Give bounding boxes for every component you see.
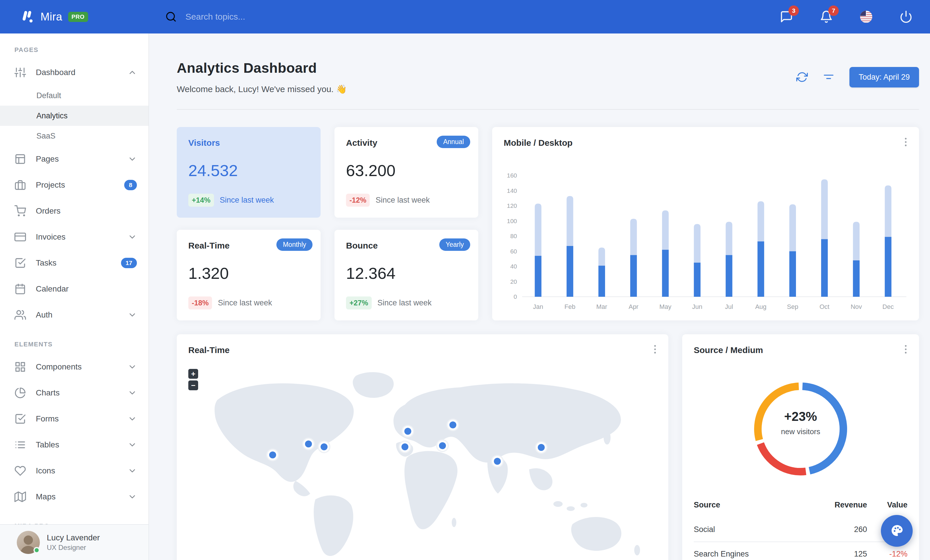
table-header-row: Source Revenue Value — [694, 495, 907, 517]
stat-delta-row: -18% Since last week — [188, 296, 272, 310]
stat-value: 1.320 — [188, 264, 309, 282]
sidebar-item-label: Dashboard — [36, 68, 75, 77]
sidebar-subitem-analytics[interactable]: Analytics — [0, 106, 148, 126]
svg-text:40: 40 — [510, 263, 517, 270]
sidebar-item-tasks[interactable]: Tasks 17 — [0, 250, 148, 276]
messages-button[interactable]: 3 — [780, 10, 793, 23]
sidebar-item-label: Projects — [36, 180, 65, 190]
pro-badge: PRO — [68, 12, 88, 22]
welcome-message: Welcome back, Lucy! We've missed you. 👋 — [177, 84, 347, 94]
power-icon — [899, 10, 913, 23]
col-value: Value — [867, 495, 907, 517]
sidebar-item-components[interactable]: Components — [0, 354, 148, 380]
calendar-icon — [14, 283, 26, 295]
language-selector[interactable] — [859, 10, 873, 23]
user-name: Lucy Lavender — [47, 533, 100, 542]
sidebar-subitem-default[interactable]: Default — [0, 86, 148, 106]
map-zoom-controls: + − — [188, 369, 198, 390]
table-row[interactable]: Search Engines 125 -12% — [694, 542, 907, 560]
more-menu-icon[interactable] — [649, 343, 661, 356]
brand[interactable]: Mira PRO — [0, 9, 149, 25]
sidebar-item-maps[interactable]: Maps — [0, 484, 148, 510]
sidebar-item-pages[interactable]: Pages — [0, 146, 148, 172]
table-row[interactable]: Social 260 +35% — [694, 517, 907, 542]
stat-delta-row: +14% Since last week — [188, 194, 274, 207]
sliders-icon — [14, 67, 26, 78]
filter-icon[interactable] — [823, 71, 835, 83]
sidebar-user-footer[interactable]: Lucy Lavender UX Designer — [0, 524, 148, 560]
date-range-button[interactable]: Today: April 29 — [850, 67, 919, 87]
svg-text:Nov: Nov — [851, 303, 862, 310]
svg-text:140: 140 — [507, 187, 517, 194]
source-title: Source / Medium — [694, 345, 907, 355]
svg-text:Oct: Oct — [819, 303, 829, 310]
cell-revenue: 125 — [812, 542, 867, 560]
map-title: Real-Time — [188, 345, 657, 355]
online-status-dot — [34, 547, 40, 553]
svg-text:Jul: Jul — [725, 303, 733, 310]
source-table: Source Revenue Value Social 260 +35% Sea… — [694, 495, 907, 560]
sidebar-item-calendar[interactable]: Calendar — [0, 276, 148, 302]
sidebar-item-label: Auth — [36, 310, 52, 319]
notifications-count-badge: 7 — [828, 6, 839, 16]
top-navbar: Mira PRO 3 7 — [0, 0, 930, 34]
sidebar-item-projects[interactable]: Projects 8 — [0, 172, 148, 198]
sidebar-section-elements: ELEMENTS — [0, 328, 148, 354]
sidebar-item-charts[interactable]: Charts — [0, 380, 148, 406]
zoom-out-button[interactable]: − — [188, 380, 198, 390]
layout-icon — [14, 153, 26, 165]
sidebar-item-forms[interactable]: Forms — [0, 406, 148, 432]
stat-card-visitors: Visitors 24.532 +14% Since last week — [177, 127, 320, 218]
sidebar-item-auth[interactable]: Auth — [0, 302, 148, 328]
chevron-down-icon — [128, 414, 137, 423]
theme-settings-fab[interactable] — [881, 515, 913, 547]
svg-text:Feb: Feb — [564, 303, 575, 310]
sidebar-item-icons[interactable]: Icons — [0, 458, 148, 484]
logout-button[interactable] — [899, 10, 913, 23]
sidebar-item-invoices[interactable]: Invoices — [0, 224, 148, 250]
chevron-down-icon — [128, 440, 137, 450]
svg-text:May: May — [659, 303, 671, 310]
svg-text:Mar: Mar — [596, 303, 607, 310]
users-icon — [14, 309, 26, 321]
world-map[interactable] — [183, 360, 662, 560]
sidebar-item-label: Tables — [36, 440, 59, 450]
page-header: Analytics Dashboard Welcome back, Lucy! … — [177, 60, 919, 94]
bottom-row: Real-Time + − Source / Medium — [177, 334, 919, 560]
chevron-up-icon — [128, 68, 137, 77]
sidebar-subitem-saas[interactable]: SaaS — [0, 126, 148, 146]
svg-text:80: 80 — [510, 233, 517, 239]
more-menu-icon[interactable] — [900, 136, 912, 148]
sidebar-item-label: Invoices — [36, 232, 66, 242]
svg-text:Apr: Apr — [628, 303, 638, 310]
search-icon[interactable] — [165, 11, 177, 23]
cell-revenue: 260 — [812, 517, 867, 542]
sidebar: PAGES Dashboard Default Analytics SaaS P… — [0, 34, 149, 560]
chevron-down-icon — [128, 492, 137, 502]
sidebar-item-dashboard[interactable]: Dashboard — [0, 60, 148, 86]
svg-text:60: 60 — [510, 248, 517, 255]
refresh-icon[interactable] — [796, 71, 808, 83]
col-revenue: Revenue — [812, 495, 867, 517]
notifications-button[interactable]: 7 — [820, 10, 833, 23]
search-input[interactable] — [185, 12, 359, 21]
zoom-in-button[interactable]: + — [188, 369, 198, 379]
shopping-cart-icon — [14, 205, 26, 217]
check-square-icon — [14, 413, 26, 425]
user-role: UX Designer — [47, 543, 100, 552]
more-menu-icon[interactable] — [900, 343, 912, 356]
sidebar-item-tables[interactable]: Tables — [0, 432, 148, 458]
sidebar-item-label: Orders — [36, 206, 61, 216]
user-info: Lucy Lavender UX Designer — [47, 533, 100, 552]
tasks-count-badge: 17 — [121, 258, 137, 268]
delta-badge: -12% — [346, 194, 370, 207]
credit-card-icon — [14, 231, 26, 243]
avatar — [17, 531, 40, 554]
messages-count-badge: 3 — [788, 6, 799, 16]
svg-text:20: 20 — [510, 278, 517, 285]
sidebar-item-label: Maps — [36, 492, 55, 502]
stat-delta-row: -12% Since last week — [346, 194, 430, 207]
mobile-desktop-chart-card: Mobile / Desktop 020406080100120140160Ja… — [492, 127, 919, 321]
check-square-icon — [14, 257, 26, 269]
sidebar-item-orders[interactable]: Orders — [0, 198, 148, 224]
